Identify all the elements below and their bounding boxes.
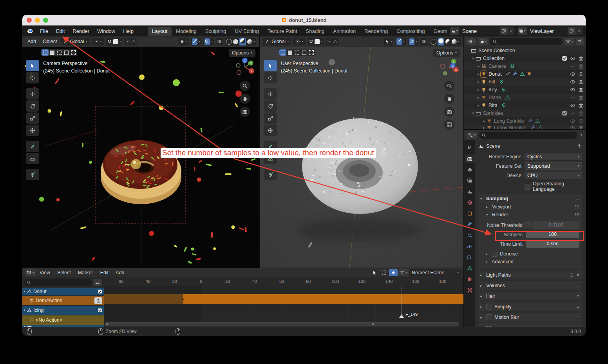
tab-particles[interactable] [465, 231, 475, 239]
camera-view-button[interactable] [240, 107, 250, 117]
expander-icon[interactable]: ▸ [476, 80, 481, 84]
tool-annotate[interactable] [26, 141, 39, 152]
shading-material-button[interactable] [239, 38, 246, 45]
menu-render[interactable]: Render [69, 27, 93, 35]
new-scene-button[interactable] [500, 27, 508, 35]
tool-cursor[interactable] [264, 72, 277, 83]
viewlayer-name[interactable]: ViewLayer [527, 27, 568, 35]
outliner-row-sprinkles[interactable]: ▾ Sprinkles [464, 109, 586, 117]
expander-icon[interactable]: ▸ [481, 119, 487, 123]
tab-animation[interactable]: Animation [329, 27, 360, 36]
tweak-tool-icon[interactable] [370, 269, 379, 276]
tab-rendering[interactable]: Rendering [360, 27, 392, 36]
render-visibility-icon[interactable] [578, 56, 584, 61]
close-window-button[interactable] [27, 18, 32, 23]
render-visibility-icon[interactable] [578, 125, 584, 129]
tool-add-cube[interactable] [264, 169, 277, 180]
select-extend-button[interactable] [49, 49, 56, 56]
menu-select[interactable]: Select [54, 269, 74, 276]
tool-transform[interactable] [264, 125, 277, 136]
new-collection-button[interactable] [576, 38, 584, 45]
properties-options-dropdown[interactable]: ▾ [581, 134, 582, 137]
tool-move[interactable] [26, 88, 39, 100]
noise-threshold-checkbox[interactable] [525, 222, 530, 228]
titlebar[interactable]: donut_15.blend [22, 15, 586, 25]
tab-world[interactable] [465, 198, 475, 206]
scene-name[interactable]: Scene [459, 27, 500, 35]
channel-checkbox[interactable] [98, 289, 102, 294]
menu-view[interactable]: View [36, 269, 53, 276]
hide-eye-icon[interactable] [570, 95, 575, 100]
frame-marker-triangle[interactable] [399, 314, 404, 318]
outliner-scope-dropdown[interactable]: ▾ [478, 38, 488, 45]
blender-logo-icon[interactable] [25, 28, 34, 34]
menu-help[interactable]: Help [119, 27, 138, 35]
menu-add[interactable]: Add [25, 38, 38, 45]
filter-dropdown[interactable]: ▾ [398, 269, 409, 276]
mesh-data-icon[interactable] [535, 118, 540, 124]
advanced-subpanel[interactable]: ▸Advanced [480, 258, 579, 266]
material-badge-icon[interactable] [527, 71, 532, 77]
tab-view-layer[interactable] [465, 176, 475, 185]
expander-icon[interactable]: ▸ [476, 64, 481, 68]
transform-orientation-dropdown[interactable]: Global▾ [263, 38, 291, 45]
show-gizmo-toggle[interactable]: ▾ [384, 38, 393, 45]
outliner-row-collection[interactable]: ▾ Collection [464, 54, 586, 62]
expander-icon[interactable]: ▸ [476, 96, 481, 100]
tool-cursor[interactable] [26, 72, 39, 83]
pivot-point-dropdown[interactable]: ▾ [92, 38, 104, 45]
mesh-data-icon[interactable] [519, 71, 525, 77]
tab-modeling[interactable]: Modeling [172, 27, 201, 36]
viewlayer-icon[interactable]: ▾ [518, 27, 527, 35]
timeline-scrollbar[interactable] [105, 322, 459, 326]
time-limit-field[interactable]: 0 sec [526, 240, 579, 248]
minimize-window-button[interactable] [35, 18, 40, 23]
pin-icon[interactable] [577, 143, 582, 149]
box-select-icon[interactable] [380, 269, 388, 276]
hide-eye-icon[interactable] [570, 118, 575, 124]
denoise-subpanel[interactable]: ▸ Denoise [480, 250, 579, 258]
expand-channels-button[interactable]: ↔ [93, 279, 102, 286]
tab-object-data[interactable] [465, 264, 475, 272]
animation-badge-icon[interactable] [505, 71, 511, 77]
select-extend-button[interactable] [286, 49, 293, 56]
gizmos-toggle[interactable]: ▾ [191, 38, 201, 45]
outliner-filter-dropdown[interactable]: ▾ [564, 38, 574, 45]
hide-eye-icon[interactable] [570, 110, 575, 116]
show-gizmo-toggle[interactable]: ▾ [179, 38, 189, 45]
outliner-row-loopy-sprinkle[interactable]: ▸ Loopy Sprinkle [464, 125, 586, 129]
zoom-gizmo-button[interactable] [444, 81, 454, 91]
sampling-panel-header[interactable]: ▾Sampling = [478, 194, 582, 203]
modifier-badge-icon[interactable] [530, 125, 536, 129]
expander-icon[interactable]: ▸ [476, 72, 481, 76]
osl-checkbox[interactable] [525, 184, 530, 190]
hide-eye-icon[interactable] [570, 125, 575, 129]
overlays-toggle[interactable]: ▾ [408, 38, 418, 45]
camera-view-button[interactable] [444, 107, 454, 117]
select-invert-button[interactable] [300, 49, 308, 56]
hide-eye-icon[interactable] [570, 63, 575, 69]
ortho-toggle-button[interactable] [444, 120, 454, 130]
shading-solid-button[interactable] [438, 38, 444, 45]
scene-icon[interactable]: ▾ [450, 27, 459, 35]
outliner-row-rim[interactable]: ▸ Rim [464, 101, 586, 109]
render-visibility-icon[interactable] [578, 118, 584, 124]
outliner-row-camera[interactable]: ▸ Camera [464, 62, 586, 70]
modifier-badge-icon[interactable] [512, 71, 518, 77]
channel-no-action[interactable]: <No Action> [22, 315, 104, 325]
overlays-toggle[interactable]: ▾ [203, 38, 214, 45]
select-new-button[interactable] [279, 49, 286, 56]
axis-navigation-gizmo[interactable]: Z Y X [234, 57, 255, 78]
gizmos-toggle[interactable]: ▾ [395, 38, 406, 45]
shading-rendered-button[interactable] [247, 39, 252, 44]
tool-scale[interactable] [264, 112, 277, 124]
snap-controls[interactable]: ▾ [308, 38, 324, 45]
hide-eye-icon[interactable] [570, 87, 575, 92]
tool-measure[interactable] [26, 153, 39, 164]
hide-eye-icon[interactable] [570, 56, 575, 61]
tool-scale[interactable] [26, 112, 39, 124]
editor-type-dropdown[interactable]: ▾ [466, 132, 477, 139]
pivot-point-dropdown[interactable]: ▾ [293, 38, 306, 45]
select-intersect-button[interactable] [70, 49, 77, 56]
shading-wireframe-button[interactable] [431, 39, 436, 45]
